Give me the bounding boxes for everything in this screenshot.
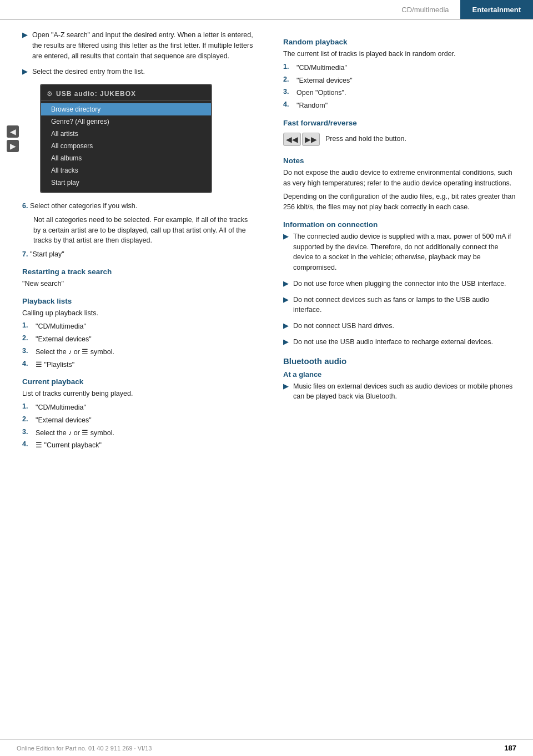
footer-text: Online Edition for Part no. 01 40 2 911 … <box>17 745 152 752</box>
random-heading: Random playback <box>283 38 516 46</box>
current-step-4: 4. ☰ "Current playback" <box>22 440 255 451</box>
current-step-1: 1. "CD/Multimedia" <box>22 402 255 413</box>
usb-icon: ⚙ <box>47 90 53 98</box>
main-content: ▶ Open "A-Z search" and input the desire… <box>0 20 533 453</box>
info-bullet-1: ▶ The connected audio device is supplied… <box>283 231 516 273</box>
info-bullet-3: ▶ Do not connect devices such as fans or… <box>283 295 516 316</box>
current-step-1-text: "CD/Multimedia" <box>36 402 86 413</box>
random-step-4: 4. "Random" <box>283 100 516 111</box>
info-bullet-text-4: Do not connect USB hard drives. <box>293 321 394 331</box>
random-subtext: The current list of tracks is played bac… <box>283 49 516 59</box>
fastforward-button[interactable]: ▶▶ <box>302 133 320 146</box>
playback-step-3-num: 3. <box>22 347 31 355</box>
ff-text: Press and hold the button. <box>325 134 406 144</box>
current-step-2: 2. "External devices" <box>22 415 255 426</box>
playback-step-3-text: Select the ♪ or ☰ symbol. <box>36 347 114 357</box>
random-step-2-num: 2. <box>283 75 292 83</box>
playback-step-4: 4. ☰ "Playlists" <box>22 360 255 370</box>
bullet-item-2: ▶ Select the desired entry from the list… <box>22 67 255 77</box>
header-entertainment-label: Entertainment <box>460 0 533 19</box>
current-step-4-num: 4. <box>22 440 31 448</box>
arrow-icon-2: ▶ <box>22 67 28 75</box>
playback-step-2-num: 2. <box>22 334 31 342</box>
random-step-1-text: "CD/Multimedia" <box>296 63 347 73</box>
bluetooth-arrow: ▶ <box>283 382 289 390</box>
restarting-heading: Restarting a track search <box>22 268 255 276</box>
nav-left-arrow[interactable]: ◀ <box>7 125 19 138</box>
info-bullet-text-3: Do not connect devices such as fans or l… <box>293 295 516 316</box>
random-step-4-num: 4. <box>283 100 292 108</box>
random-step-1-num: 1. <box>283 63 292 70</box>
playback-subtext: Calling up playback lists. <box>22 308 255 319</box>
page-header: CD/multimedia Entertainment <box>0 0 533 20</box>
bluetooth-bullet: ▶ Music files on external devices such a… <box>283 381 516 402</box>
playback-step-1: 1. "CD/Multimedia" <box>22 321 255 332</box>
random-step-2: 2. "External devices" <box>283 75 516 86</box>
playback-step-2-text: "External devices" <box>36 334 92 345</box>
info-bullet-text-2: Do not use force when plugging the conne… <box>293 279 506 289</box>
arrow-icon-1: ▶ <box>22 31 28 39</box>
current-step-3-num: 3. <box>22 428 31 436</box>
info-bullet-4: ▶ Do not connect USB hard drives. <box>283 321 516 331</box>
info-bullet-text-5: Do not use the USB audio interface to re… <box>293 337 493 347</box>
usb-menu-title: USB audio: JUKEBOX <box>56 90 136 98</box>
current-step-2-text: "External devices" <box>36 415 92 426</box>
right-column: Random playback The current list of trac… <box>272 30 533 453</box>
playback-step-4-text: ☰ "Playlists" <box>36 360 74 370</box>
info-heading: Information on connection <box>283 220 516 229</box>
usb-menu-item-0[interactable]: Browse directory <box>41 103 211 115</box>
notes-text-1: Do not expose the audio device to extrem… <box>283 168 516 189</box>
step-7-text: "Start play" <box>30 250 64 258</box>
usb-menu-item-3[interactable]: All composers <box>41 140 211 152</box>
playback-heading: Playback lists <box>22 297 255 305</box>
current-step-1-num: 1. <box>22 402 31 410</box>
info-arrow-5: ▶ <box>283 337 289 346</box>
notes-heading: Notes <box>283 157 516 165</box>
info-arrow-1: ▶ <box>283 232 289 240</box>
step-6-text: Select other categories if you wish. <box>30 202 137 210</box>
usb-menu-item-6[interactable]: Start play <box>41 177 211 189</box>
random-step-1: 1. "CD/Multimedia" <box>283 63 516 73</box>
usb-nav-arrows: ◀ ▶ <box>7 125 19 152</box>
playback-step-1-text: "CD/Multimedia" <box>36 321 86 332</box>
bullet-item-1: ▶ Open "A-Z search" and input the desire… <box>22 30 255 61</box>
bluetooth-heading: Bluetooth audio <box>283 356 516 366</box>
usb-menu-item-1[interactable]: Genre? (All genres) <box>41 115 211 128</box>
playback-step-2: 2. "External devices" <box>22 334 255 345</box>
current-step-3-text: Select the ♪ or ☰ symbol. <box>36 428 114 439</box>
current-step-4-text: ☰ "Current playback" <box>36 440 102 451</box>
usb-menu-item-2[interactable]: All artists <box>41 128 211 140</box>
step-6-indent: Not all categories need to be selected. … <box>33 215 255 246</box>
info-bullet-text-1: The connected audio device is supplied w… <box>293 231 516 273</box>
ff-buttons: ◀◀ ▶▶ <box>283 133 320 146</box>
bullet-text-1: Open "A-Z search" and input the desired … <box>32 30 255 61</box>
ff-section: ◀◀ ▶▶ Press and hold the button. <box>283 130 516 149</box>
usb-menu: ⚙ USB audio: JUKEBOX Browse directory Ge… <box>40 84 212 193</box>
page-footer: Online Edition for Part no. 01 40 2 911 … <box>0 739 533 756</box>
current-step-3: 3. Select the ♪ or ☰ symbol. <box>22 428 255 439</box>
nav-right-arrow[interactable]: ▶ <box>7 140 19 152</box>
info-bullet-2: ▶ Do not use force when plugging the con… <box>283 279 516 289</box>
info-bullet-5: ▶ Do not use the USB audio interface to … <box>283 337 516 347</box>
info-arrow-2: ▶ <box>283 279 289 288</box>
random-step-2-text: "External devices" <box>296 75 353 86</box>
random-step-3-text: Open "Options". <box>296 88 346 98</box>
current-step-2-num: 2. <box>22 415 31 423</box>
playback-step-4-num: 4. <box>22 360 31 367</box>
random-step-3: 3. Open "Options". <box>283 88 516 98</box>
restarting-text: "New search" <box>22 279 255 289</box>
rewind-button[interactable]: ◀◀ <box>283 133 301 146</box>
page-number: 187 <box>504 744 516 752</box>
step-7-num: 7. <box>22 250 28 258</box>
bullet-text-2: Select the desired entry from the list. <box>32 67 145 77</box>
playback-step-1-num: 1. <box>22 321 31 329</box>
info-arrow-3: ▶ <box>283 295 289 304</box>
usb-menu-item-4[interactable]: All albums <box>41 152 211 164</box>
random-step-4-text: "Random" <box>296 100 328 111</box>
notes-text-2: Depending on the configuration of the au… <box>283 191 516 213</box>
random-step-3-num: 3. <box>283 88 292 95</box>
playback-step-3: 3. Select the ♪ or ☰ symbol. <box>22 347 255 357</box>
step-6-num: 6. <box>22 202 28 210</box>
step-6-block: 6. Select other categories if you wish. <box>22 201 255 211</box>
usb-menu-item-5[interactable]: All tracks <box>41 164 211 177</box>
